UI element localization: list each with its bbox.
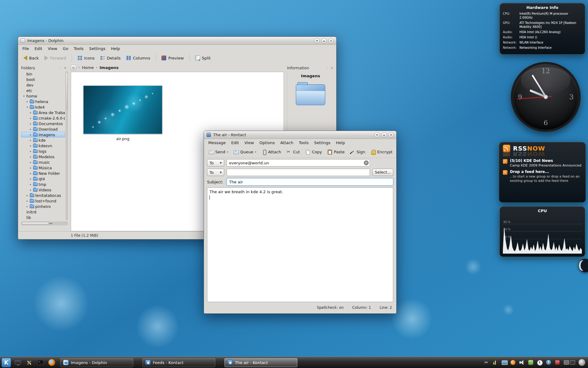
folder-tree-item[interactable]: qt4	[21, 176, 65, 182]
menu-item[interactable]: View	[242, 140, 256, 146]
scrollbar-thumb[interactable]	[66, 72, 68, 109]
folder-tree-item[interactable]: cmake-2.6.0-Linu	[21, 115, 65, 121]
toolbar-button[interactable]: Send ▾	[206, 148, 230, 156]
tree-expander-icon[interactable]	[22, 95, 25, 98]
tree-expander-icon[interactable]	[29, 150, 32, 153]
folder-tree-item[interactable]: Área de Trabalho	[21, 110, 65, 115]
menu-item[interactable]: Tools	[71, 45, 86, 52]
folder-tree-item[interactable]: bin	[21, 71, 65, 77]
forward-button[interactable]: Forward	[42, 54, 68, 62]
tree-expander-icon[interactable]	[29, 122, 32, 125]
tree-expander-icon[interactable]	[26, 194, 29, 197]
select-recipient-button[interactable]: Select...	[372, 169, 393, 176]
icons-view-button[interactable]: Icons	[75, 54, 97, 62]
konsole-button[interactable]	[36, 358, 45, 367]
volume-icon[interactable]	[519, 359, 525, 366]
display-icon[interactable]	[501, 359, 507, 366]
pager-desktop-2[interactable]	[570, 360, 575, 365]
recipient-type-dropdown[interactable]: To ▼	[207, 169, 224, 176]
taskbar-task[interactable]: The air - Kontact	[224, 358, 297, 367]
taskbar-task[interactable]: Feeds - Kontact	[142, 358, 215, 367]
kmenu-button[interactable]: K	[2, 358, 11, 367]
device-notifier-button[interactable]	[13, 358, 22, 367]
analog-clock-widget[interactable]: 12 3 6 9	[511, 62, 581, 132]
tray-clock-icon[interactable]	[537, 359, 543, 366]
menu-item[interactable]: View	[45, 45, 60, 52]
tree-expander-icon[interactable]	[29, 111, 32, 114]
kontact-titlebar[interactable]: The air - Kontact ▾ ▴ ×	[204, 131, 396, 139]
menu-item[interactable]: Help	[108, 45, 123, 52]
minimize-button[interactable]: ▾	[314, 38, 320, 44]
menu-item[interactable]: Help	[334, 140, 348, 146]
folder-tree-item[interactable]: initrd	[21, 209, 65, 215]
amarok-icon[interactable]	[510, 359, 516, 366]
folder-tree-item[interactable]: tmp	[21, 182, 65, 187]
rss-drop-zone[interactable]: Drop a feed here... ...to start a new gr…	[503, 170, 582, 183]
folder-tree-item[interactable]: Download	[21, 126, 65, 132]
maximize-button[interactable]: ▴	[321, 38, 327, 44]
menu-item[interactable]: Settings	[87, 45, 108, 52]
folder-tree-item[interactable]: lost+found	[21, 198, 65, 204]
tree-expander-icon[interactable]	[29, 133, 32, 136]
tree-expander-icon[interactable]	[26, 205, 29, 208]
toolbar-button[interactable]: Attach ▾	[259, 148, 283, 156]
toolbar-button[interactable]: Copy ▾	[303, 148, 324, 156]
clear-field-icon[interactable]: ✕	[364, 160, 369, 165]
folder-tree-item[interactable]: kde4	[21, 104, 65, 110]
menu-item[interactable]: Edit	[32, 45, 45, 52]
back-button[interactable]: Back	[21, 54, 41, 62]
folder-tree-item[interactable]: Música	[21, 165, 65, 171]
folder-tree-item[interactable]: pinheiro	[21, 204, 65, 209]
folder-tree-item[interactable]: boot	[21, 77, 65, 82]
folder-tree-item[interactable]: New Folder	[21, 171, 65, 176]
folder-tree-item[interactable]: helena	[21, 99, 65, 104]
minimize-button[interactable]: ▾	[374, 132, 380, 138]
tree-expander-icon[interactable]	[26, 100, 29, 103]
recipient-input-1[interactable]	[227, 159, 370, 167]
kgpg-icon[interactable]	[554, 359, 560, 366]
folder-tree-item[interactable]: Modelos	[21, 154, 65, 159]
rss-feed-item[interactable]: (5/10) KDE Dot News Camp KDE 2009 Presen…	[503, 159, 582, 167]
folders-vertical-scrollbar[interactable]	[66, 71, 68, 220]
close-button[interactable]: ×	[328, 38, 334, 44]
folder-tree-item[interactable]: etc	[21, 88, 65, 93]
toolbar-button[interactable]: Paste ▾	[325, 148, 347, 156]
recipient-type-dropdown[interactable]: To ▼	[207, 159, 224, 167]
toolbar-button[interactable]: Sign ▾	[348, 148, 367, 156]
split-button[interactable]: Split	[193, 54, 213, 62]
details-view-button[interactable]: Details	[98, 54, 123, 62]
folders-horizontal-scrollbar[interactable]: ◂ ▸	[21, 221, 68, 225]
scroll-left-icon[interactable]: ◂	[49, 222, 51, 225]
pager[interactable]	[564, 360, 575, 365]
float-panel-icon[interactable]: ◦	[58, 66, 62, 70]
folder-tree-item[interactable]: dev	[21, 82, 65, 88]
panel-cashew-icon[interactable]	[579, 359, 585, 366]
folder-tree-item[interactable]: lenitatabocas	[21, 193, 65, 198]
folder-tree-item[interactable]: Imagens	[21, 132, 65, 137]
info-icon[interactable]	[545, 359, 552, 366]
menu-item[interactable]: File	[20, 45, 32, 52]
home-icon[interactable]: ⌂	[71, 65, 76, 70]
menu-item[interactable]: Edit	[229, 140, 241, 146]
tree-expander-icon[interactable]	[26, 200, 29, 202]
taskbar-task[interactable]: Imagens - Dolphin	[60, 358, 133, 367]
menu-item[interactable]: Go	[60, 45, 71, 52]
breadcrumb-current[interactable]: Imagens	[100, 65, 119, 70]
tree-expander-icon[interactable]	[29, 189, 32, 191]
close-button[interactable]: ×	[388, 132, 394, 138]
menu-item[interactable]: Attach	[278, 140, 296, 146]
folder-tree-item[interactable]: Documentos	[21, 121, 65, 126]
float-panel-icon[interactable]: ◦	[325, 66, 329, 70]
tree-expander-icon[interactable]	[29, 167, 32, 169]
folder-tree-item[interactable]: lib	[21, 215, 65, 220]
tree-expander-icon[interactable]	[29, 183, 32, 186]
recipient-input-2[interactable]	[227, 169, 370, 176]
tree-expander-icon[interactable]	[26, 106, 29, 109]
folder-tree-item[interactable]: home	[21, 93, 65, 99]
message-body-editor[interactable]: The air we breath in kde 4.2 is great.	[207, 187, 393, 302]
pager-desktop-1[interactable]	[564, 360, 569, 365]
tree-expander-icon[interactable]	[29, 144, 32, 147]
close-panel-icon[interactable]: ×	[63, 66, 67, 70]
preview-button[interactable]: Preview	[159, 54, 186, 62]
tree-expander-icon[interactable]	[29, 139, 32, 142]
